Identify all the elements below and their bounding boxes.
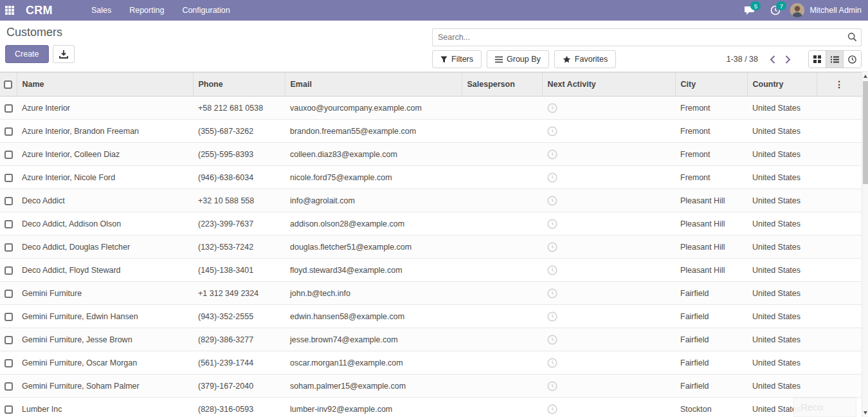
cell-phone[interactable]: (255)-595-8393	[193, 143, 285, 166]
cell-country[interactable]: United States	[747, 143, 817, 166]
row-checkbox[interactable]	[5, 290, 13, 298]
column-header-email[interactable]: Email	[285, 73, 462, 97]
next-activity-clock-icon[interactable]	[547, 196, 557, 206]
table-row[interactable]: Azure Interior, Nicole Ford (946)-638-60…	[0, 166, 862, 189]
kanban-view-button[interactable]	[809, 51, 826, 68]
row-checkbox[interactable]	[5, 220, 13, 228]
cell-country[interactable]: United States	[747, 97, 817, 120]
table-row[interactable]: Azure Interior, Brandon Freeman (355)-68…	[0, 120, 862, 143]
create-button[interactable]: Create	[5, 45, 49, 63]
next-activity-clock-icon[interactable]	[547, 149, 557, 160]
cell-email[interactable]: soham.palmer15@example.com	[285, 375, 462, 398]
cell-name[interactable]: Azure Interior	[17, 97, 193, 120]
cell-country[interactable]: United States	[747, 328, 817, 351]
next-activity-clock-icon[interactable]	[547, 126, 557, 136]
cell-city[interactable]: Pleasant Hill	[675, 212, 747, 236]
menu-reporting[interactable]: Reporting	[122, 0, 172, 21]
next-activity-clock-icon[interactable]	[547, 311, 557, 322]
cell-name[interactable]: Lumber Inc	[17, 398, 193, 417]
cell-salesperson[interactable]	[462, 189, 542, 212]
optional-columns-toggle-icon[interactable]: ⋮	[817, 73, 862, 97]
cell-next-activity[interactable]	[542, 236, 675, 259]
cell-next-activity[interactable]	[542, 282, 675, 305]
cell-next-activity[interactable]	[542, 166, 675, 189]
cell-next-activity[interactable]	[542, 212, 675, 236]
cell-country[interactable]: United States	[747, 189, 817, 212]
cell-next-activity[interactable]	[542, 143, 675, 166]
select-all-checkbox[interactable]	[4, 80, 12, 89]
cell-next-activity[interactable]	[542, 120, 675, 143]
row-checkbox[interactable]	[5, 104, 13, 113]
table-row[interactable]: Azure Interior +58 212 681 0538 vauxoo@y…	[0, 97, 862, 120]
cell-salesperson[interactable]	[462, 375, 542, 398]
column-header-phone[interactable]: Phone	[193, 73, 285, 97]
cell-country[interactable]: United States	[747, 259, 817, 282]
cell-phone[interactable]: (223)-399-7637	[193, 212, 285, 236]
cell-name[interactable]: Gemini Furniture, Edwin Hansen	[17, 305, 193, 328]
list-view-button[interactable]	[826, 51, 844, 68]
activities-button[interactable]: 7	[764, 0, 786, 21]
table-row[interactable]: Azure Interior, Colleen Diaz (255)-595-8…	[0, 143, 862, 166]
cell-city[interactable]: Fairfield	[675, 305, 747, 328]
cell-name[interactable]: Deco Addict, Addison Olson	[17, 212, 193, 236]
table-row[interactable]: Gemini Furniture, Jesse Brown (829)-386-…	[0, 328, 862, 351]
app-title[interactable]: CRM	[26, 4, 53, 17]
cell-email[interactable]: floyd.steward34@example.com	[285, 259, 462, 282]
table-row[interactable]: Gemini Furniture +1 312 349 2324 john.b@…	[0, 282, 862, 305]
table-row[interactable]: Deco Addict +32 10 588 558 info@agrolait…	[0, 189, 862, 212]
cell-next-activity[interactable]	[542, 305, 675, 328]
cell-name[interactable]: Gemini Furniture, Jesse Brown	[17, 328, 193, 351]
cell-city[interactable]: Fremont	[675, 120, 747, 143]
favorites-button[interactable]: Favorites	[554, 50, 616, 68]
cell-salesperson[interactable]	[462, 282, 542, 305]
row-checkbox[interactable]	[5, 313, 13, 321]
cell-email[interactable]: oscar.morgan11@example.com	[285, 351, 462, 375]
next-activity-clock-icon[interactable]	[547, 404, 557, 414]
cell-city[interactable]: Fremont	[675, 166, 747, 189]
column-header-salesperson[interactable]: Salesperson	[462, 73, 542, 97]
cell-next-activity[interactable]	[542, 398, 675, 417]
next-activity-clock-icon[interactable]	[547, 358, 557, 368]
cell-salesperson[interactable]	[462, 328, 542, 351]
table-row[interactable]: Gemini Furniture, Oscar Morgan (561)-239…	[0, 351, 862, 375]
table-row[interactable]: Lumber Inc (828)-316-0593 lumber-inv92@e…	[0, 398, 862, 417]
cell-name[interactable]: Azure Interior, Colleen Diaz	[17, 143, 193, 166]
cell-next-activity[interactable]	[542, 259, 675, 282]
next-activity-clock-icon[interactable]	[547, 288, 557, 299]
cell-email[interactable]: edwin.hansen58@example.com	[285, 305, 462, 328]
row-checkbox[interactable]	[5, 151, 13, 159]
messages-button[interactable]: 5	[739, 0, 761, 21]
next-activity-clock-icon[interactable]	[547, 172, 557, 183]
cell-city[interactable]: Pleasant Hill	[675, 189, 747, 212]
cell-email[interactable]: douglas.fletcher51@example.com	[285, 236, 462, 259]
cell-email[interactable]: lumber-inv92@example.com	[285, 398, 462, 417]
filters-button[interactable]: Filters	[432, 50, 482, 68]
cell-phone[interactable]: (145)-138-3401	[193, 259, 285, 282]
export-button[interactable]	[53, 45, 75, 63]
group-by-button[interactable]: Group By	[487, 50, 549, 68]
cell-salesperson[interactable]	[462, 212, 542, 236]
row-checkbox[interactable]	[5, 174, 13, 182]
cell-email[interactable]: info@agrolait.com	[285, 189, 462, 212]
cell-salesperson[interactable]	[462, 120, 542, 143]
cell-country[interactable]: United States	[747, 120, 817, 143]
cell-salesperson[interactable]	[462, 351, 542, 375]
cell-phone[interactable]: +32 10 588 558	[193, 189, 285, 212]
next-activity-clock-icon[interactable]	[547, 381, 557, 391]
cell-phone[interactable]: (946)-638-6034	[193, 166, 285, 189]
cell-country[interactable]: United States	[747, 305, 817, 328]
cell-name[interactable]: Deco Addict	[17, 189, 193, 212]
cell-salesperson[interactable]	[462, 166, 542, 189]
cell-phone[interactable]: (132)-553-7242	[193, 236, 285, 259]
row-checkbox[interactable]	[5, 336, 13, 344]
row-checkbox[interactable]	[5, 266, 13, 275]
next-activity-clock-icon[interactable]	[547, 335, 557, 345]
cell-salesperson[interactable]	[462, 97, 542, 120]
cell-country[interactable]: United States	[747, 236, 817, 259]
column-header-name[interactable]: Name	[17, 73, 193, 97]
cell-next-activity[interactable]	[542, 97, 675, 120]
column-header-city[interactable]: City	[675, 73, 747, 97]
cell-name[interactable]: Gemini Furniture	[17, 282, 193, 305]
cell-city[interactable]: Stockton	[675, 398, 747, 417]
cell-phone[interactable]: +1 312 349 2324	[193, 282, 285, 305]
